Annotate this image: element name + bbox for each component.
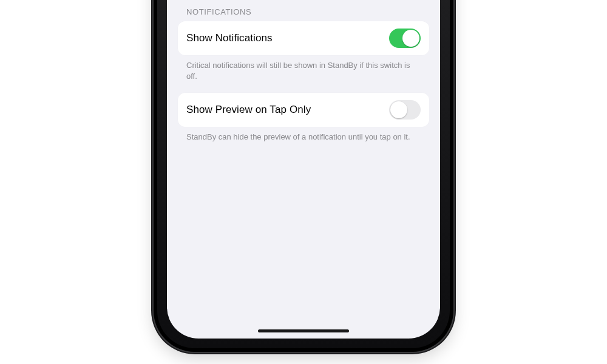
toggle-knob [402,30,419,47]
settings-content: NOTIFICATIONS Show Notifications Critica… [167,1,440,153]
phone-screen: NOTIFICATIONS Show Notifications Critica… [167,0,440,339]
footer-show-preview-on-tap-only: StandBy can hide the preview of a notifi… [178,127,429,153]
row-show-preview-on-tap-only: Show Preview on Tap Only [178,93,429,127]
home-indicator[interactable] [258,329,349,332]
phone-bezel: NOTIFICATIONS Show Notifications Critica… [157,0,450,348]
section-header-notifications: NOTIFICATIONS [178,1,429,21]
row-label-show-preview-on-tap-only: Show Preview on Tap Only [186,104,311,116]
phone-frame: NOTIFICATIONS Show Notifications Critica… [154,0,453,352]
toggle-show-preview-on-tap-only[interactable] [389,100,421,120]
toggle-knob [390,101,407,118]
toggle-show-notifications[interactable] [389,29,421,48]
footer-show-notifications: Critical notifications will still be sho… [178,55,429,93]
row-label-show-notifications: Show Notifications [186,32,273,44]
row-show-notifications: Show Notifications [178,21,429,55]
